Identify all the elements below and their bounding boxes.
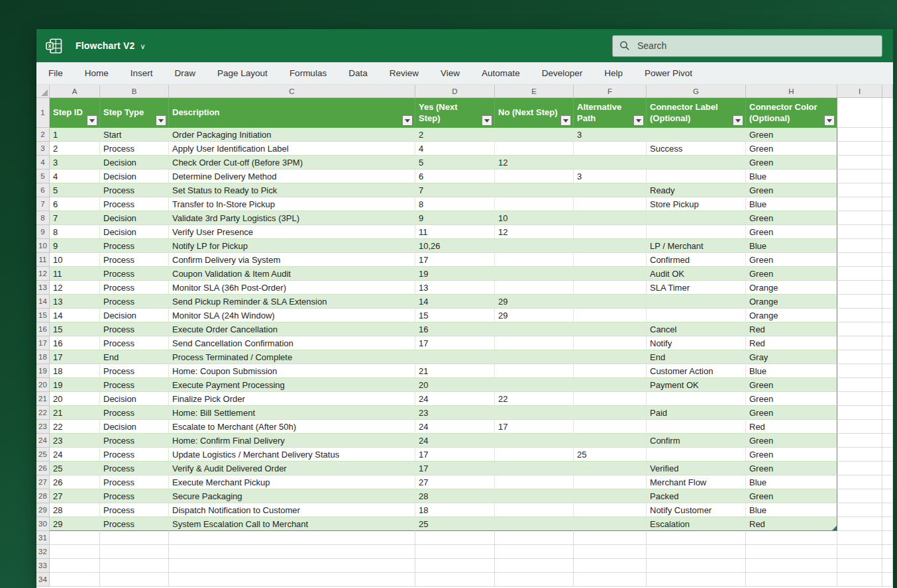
table-cell[interactable]: Gray bbox=[746, 350, 837, 364]
table-header-cell[interactable]: Step Type bbox=[100, 98, 169, 128]
table-cell[interactable]: 13 bbox=[415, 281, 495, 295]
table-cell[interactable] bbox=[574, 364, 647, 378]
table-cell[interactable] bbox=[647, 211, 746, 225]
cell-empty[interactable] bbox=[837, 531, 882, 545]
table-cell[interactable]: Blue bbox=[746, 475, 837, 489]
cell-empty[interactable] bbox=[882, 267, 893, 281]
table-cell[interactable]: Decision bbox=[100, 156, 169, 170]
table-cell[interactable]: Set Status to Ready to Pick bbox=[169, 183, 415, 197]
cell-empty[interactable] bbox=[837, 489, 882, 503]
table-cell[interactable] bbox=[647, 128, 746, 142]
table-cell[interactable] bbox=[574, 267, 647, 281]
table-cell[interactable]: 7 bbox=[415, 183, 495, 197]
table-cell[interactable] bbox=[574, 350, 647, 364]
menu-tab-file[interactable]: File bbox=[48, 68, 63, 78]
cell-empty[interactable] bbox=[837, 295, 882, 309]
table-cell[interactable] bbox=[495, 170, 574, 183]
cell-empty[interactable] bbox=[882, 448, 893, 462]
cell-empty[interactable] bbox=[100, 559, 169, 573]
table-cell[interactable]: Order Packaging Initiation bbox=[169, 128, 415, 142]
cell-empty[interactable] bbox=[746, 545, 837, 559]
table-cell[interactable]: Green bbox=[746, 253, 837, 267]
table-cell[interactable] bbox=[574, 142, 647, 156]
table-cell[interactable]: 16 bbox=[50, 336, 100, 350]
table-cell[interactable] bbox=[495, 267, 574, 281]
menu-tab-page-layout[interactable]: Page Layout bbox=[217, 68, 268, 78]
table-cell[interactable]: Process bbox=[100, 295, 169, 309]
search-box[interactable] bbox=[612, 35, 882, 57]
table-cell[interactable] bbox=[574, 197, 647, 211]
table-cell[interactable]: 14 bbox=[50, 309, 100, 322]
table-cell[interactable]: Red bbox=[746, 322, 837, 336]
table-cell[interactable]: 15 bbox=[50, 322, 100, 336]
table-cell[interactable]: Process bbox=[100, 462, 169, 475]
table-cell[interactable]: 22 bbox=[495, 392, 574, 406]
table-cell[interactable]: Blue bbox=[746, 170, 837, 183]
cell-empty[interactable] bbox=[50, 573, 100, 587]
table-cell[interactable]: 29 bbox=[50, 517, 100, 531]
table-cell[interactable] bbox=[495, 350, 574, 364]
cell-empty[interactable] bbox=[169, 545, 415, 559]
cell-empty[interactable] bbox=[837, 364, 882, 378]
table-cell[interactable]: Verify & Audit Delivered Order bbox=[169, 462, 415, 475]
cell-empty[interactable] bbox=[837, 420, 882, 434]
cell-empty[interactable] bbox=[837, 309, 882, 322]
row-number[interactable]: 33 bbox=[36, 559, 50, 573]
cell-empty[interactable] bbox=[415, 545, 495, 559]
cell-empty[interactable] bbox=[837, 545, 882, 559]
menu-tab-draw[interactable]: Draw bbox=[175, 68, 196, 78]
table-cell[interactable]: 2 bbox=[50, 142, 100, 156]
table-cell[interactable]: Process bbox=[100, 142, 169, 156]
table-cell[interactable] bbox=[495, 462, 574, 475]
cell-empty[interactable] bbox=[837, 448, 882, 462]
table-cell[interactable]: Execute Payment Processing bbox=[169, 378, 415, 392]
column-header-C[interactable]: C bbox=[169, 85, 415, 98]
cell-empty[interactable] bbox=[882, 559, 893, 573]
table-cell[interactable]: Process bbox=[100, 406, 169, 420]
table-cell[interactable]: 18 bbox=[50, 364, 100, 378]
table-cell[interactable] bbox=[647, 309, 746, 322]
table-cell[interactable]: 20 bbox=[50, 392, 100, 406]
table-cell[interactable]: Send Pickup Reminder & SLA Extension bbox=[169, 295, 415, 309]
table-cell[interactable]: Process bbox=[100, 322, 169, 336]
table-header-cell[interactable]: Step ID bbox=[50, 98, 100, 128]
table-cell[interactable]: 9 bbox=[415, 211, 495, 225]
table-cell[interactable]: 25 bbox=[415, 517, 495, 531]
menu-tab-automate[interactable]: Automate bbox=[482, 68, 520, 78]
table-cell[interactable] bbox=[647, 295, 746, 309]
table-header-cell[interactable]: Yes (Next Step) bbox=[415, 98, 495, 128]
table-cell[interactable]: 25 bbox=[50, 462, 100, 475]
table-cell[interactable]: Green bbox=[746, 156, 837, 170]
table-cell[interactable]: Process bbox=[100, 517, 169, 531]
table-cell[interactable] bbox=[574, 183, 647, 197]
cell-empty[interactable] bbox=[50, 559, 100, 573]
row-number[interactable]: 26 bbox=[36, 462, 50, 475]
table-cell[interactable]: Coupon Validation & Item Audit bbox=[169, 267, 415, 281]
cell-empty[interactable] bbox=[882, 156, 893, 170]
table-cell[interactable]: Validate 3rd Party Logistics (3PL) bbox=[169, 211, 415, 225]
table-cell[interactable]: 29 bbox=[495, 295, 574, 309]
table-cell[interactable] bbox=[647, 225, 746, 239]
table-cell[interactable]: Monitor SLA (36h Post-Order) bbox=[169, 281, 415, 295]
table-cell[interactable] bbox=[495, 489, 574, 503]
cell-empty[interactable] bbox=[495, 559, 574, 573]
table-cell[interactable]: Decision bbox=[100, 309, 169, 322]
cell-empty[interactable] bbox=[746, 573, 837, 587]
table-cell[interactable]: 19 bbox=[415, 267, 495, 281]
cell-empty[interactable] bbox=[837, 239, 882, 253]
table-cell[interactable]: 17 bbox=[495, 420, 574, 434]
table-header-cell[interactable]: Connector Color (Optional) bbox=[746, 98, 837, 128]
table-cell[interactable]: 6 bbox=[415, 170, 495, 183]
cell-empty[interactable] bbox=[837, 322, 882, 336]
cell-empty[interactable] bbox=[837, 225, 882, 239]
cell-empty[interactable] bbox=[837, 281, 882, 295]
cell-empty[interactable] bbox=[574, 573, 647, 587]
filter-dropdown-button[interactable] bbox=[402, 115, 413, 126]
row-number[interactable]: 15 bbox=[36, 309, 50, 322]
cell-empty[interactable] bbox=[100, 545, 169, 559]
table-cell[interactable] bbox=[574, 253, 647, 267]
table-cell[interactable] bbox=[495, 281, 574, 295]
cell-empty[interactable] bbox=[837, 98, 882, 128]
cell-empty[interactable] bbox=[495, 573, 574, 587]
table-cell[interactable]: Home: Bill Settlement bbox=[169, 406, 415, 420]
